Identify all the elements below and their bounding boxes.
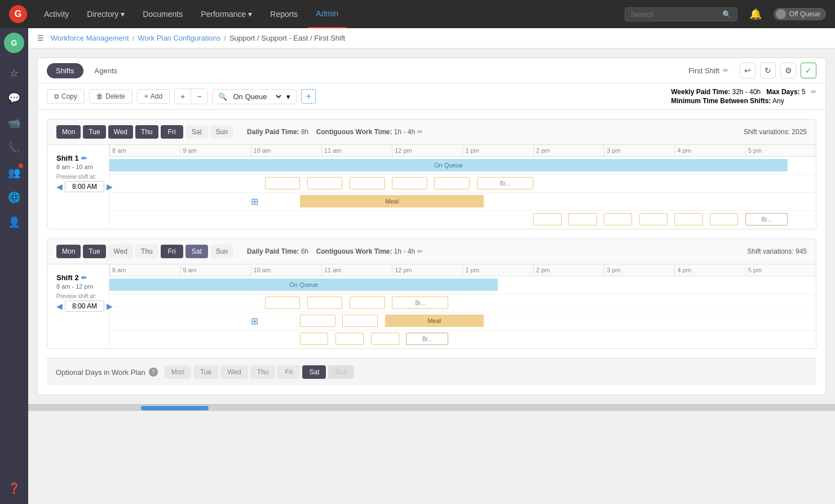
shift-2-day-thu[interactable]: Thu [135, 245, 158, 258]
break-bar-s2-1a[interactable] [265, 297, 301, 309]
break-bar-s2-2b[interactable] [342, 315, 378, 327]
break-bar-1a[interactable] [265, 177, 301, 189]
search-box[interactable]: 🔍 [625, 7, 737, 21]
breadcrumb-workforce[interactable]: Workforce Management [51, 34, 129, 42]
break-bar-2f[interactable] [710, 213, 738, 226]
zoom-out-button[interactable]: − [191, 89, 207, 104]
add-button[interactable]: + Add [137, 89, 170, 104]
copy-button[interactable]: ⧉ Copy [47, 89, 85, 104]
sidebar-item-video[interactable]: 📹 [3, 112, 25, 134]
shift-1-day-tue[interactable]: Tue [83, 125, 105, 139]
shift-1-day-mon[interactable]: Mon [56, 125, 81, 139]
shift-2-day-wed[interactable]: Wed [108, 245, 133, 258]
break-bar-2g[interactable]: Br... [745, 213, 788, 226]
break-bar-s2-3a[interactable] [300, 333, 328, 345]
avatar[interactable]: G [4, 33, 24, 53]
sidebar-item-star[interactable]: ☆ [3, 62, 25, 85]
delete-button[interactable]: 🗑 Delete [89, 89, 132, 104]
break-bar-1c[interactable] [350, 177, 385, 189]
shift-2-preview-label: Preview shift at: [56, 293, 104, 299]
confirm-button[interactable]: ✓ [801, 63, 816, 78]
break-bar-1b[interactable] [307, 177, 343, 189]
edit-shift1-icon[interactable]: ✏ [417, 128, 423, 136]
break-bar-2b[interactable] [568, 213, 597, 226]
menu-icon[interactable]: ☰ [37, 34, 44, 42]
edit-title-icon[interactable]: ✏ [723, 67, 728, 74]
preview-time-input-1[interactable] [65, 181, 104, 192]
copy-row-icon-2[interactable]: ⊞ [251, 316, 258, 326]
nav-documents[interactable]: Documents [135, 0, 191, 28]
nav-performance[interactable]: Performance ▾ [193, 0, 260, 28]
break-bar-2a[interactable] [533, 213, 562, 226]
edit-shift2-icon[interactable]: ✏ [417, 247, 423, 255]
sidebar-item-people[interactable]: 👥 [3, 161, 25, 184]
opt-day-tue[interactable]: Tue [193, 365, 218, 379]
shift-2-day-mon[interactable]: Mon [56, 245, 81, 258]
queue-select[interactable]: 🔍 On Queue Off Queue ▾ [212, 89, 297, 104]
break-bar-1e[interactable] [434, 177, 470, 189]
zoom-in-button[interactable]: + [175, 89, 191, 104]
nav-activity[interactable]: Activity [36, 0, 77, 28]
nav-reports[interactable]: Reports [262, 0, 306, 28]
prev-time2-arrow-left[interactable]: ◀ [56, 302, 63, 311]
sidebar-item-globe[interactable]: 🌐 [3, 186, 25, 209]
shift-2-day-sun[interactable]: Sun [210, 245, 233, 258]
break-bar-2e[interactable] [674, 213, 703, 226]
break-bar-s2-1c[interactable] [350, 297, 385, 309]
sidebar-item-phone[interactable]: 📞 [3, 136, 25, 159]
break-bar-1d[interactable] [392, 177, 427, 189]
break-bar-s2-3c[interactable] [371, 333, 399, 345]
help-icon[interactable]: ? [149, 368, 158, 377]
break-bar-s2-1b[interactable] [307, 297, 343, 309]
onqueue-bar-1[interactable]: On Queue [109, 159, 788, 171]
app-logo[interactable]: G [9, 5, 27, 23]
settings-button[interactable]: ⚙ [780, 63, 796, 78]
break-bar-s2-3b[interactable] [335, 333, 364, 345]
scroll-thumb[interactable] [141, 406, 209, 410]
add-queue-button[interactable]: + [301, 89, 316, 104]
opt-day-wed[interactable]: Wed [220, 365, 248, 379]
opt-day-thu[interactable]: Thu [250, 365, 276, 379]
sidebar-item-user[interactable]: 👤 [3, 211, 25, 233]
break-bar-2d[interactable] [639, 213, 668, 226]
search-input[interactable] [631, 10, 719, 19]
copy-row-icon-1[interactable]: ⊞ [251, 196, 258, 207]
shift-2-day-fri[interactable]: Fri [161, 245, 183, 258]
preview-time-input-2[interactable] [65, 300, 104, 312]
break-bar-1f[interactable]: Br... [477, 177, 533, 189]
queue-dropdown[interactable]: On Queue Off Queue [231, 92, 283, 101]
shift-1-day-sat[interactable]: Sat [185, 125, 208, 139]
meal-bar-1[interactable]: Meal [300, 195, 484, 207]
undo-button[interactable]: ↩ [740, 63, 756, 78]
shift-1-day-wed[interactable]: Wed [108, 125, 133, 139]
opt-day-sat[interactable]: Sat [302, 365, 326, 379]
breadcrumb-workplan[interactable]: Work Plan Configurations [138, 34, 220, 42]
shift-2-day-sat[interactable]: Sat [185, 245, 208, 258]
shift-2-day-tue[interactable]: Tue [83, 245, 105, 258]
sidebar-item-chat[interactable]: 💬 [3, 87, 25, 109]
shift-1-day-sun[interactable]: Sun [210, 125, 233, 139]
tab-shifts[interactable]: Shifts [47, 63, 83, 78]
break-bar-2c[interactable] [604, 213, 632, 226]
shift-1-day-thu[interactable]: Thu [135, 125, 158, 139]
opt-day-fri[interactable]: Fri [277, 365, 300, 379]
break-bar-s2-1d[interactable]: Br... [392, 297, 448, 309]
sidebar-item-help[interactable]: ❓ [3, 477, 25, 499]
bottom-scrollbar[interactable] [28, 404, 835, 411]
onqueue-bar-2[interactable]: On Queue [109, 278, 498, 291]
break-bar-s2-2a[interactable] [300, 315, 335, 327]
shift-1-day-fri[interactable]: Fri [161, 125, 183, 139]
edit-name2-icon[interactable]: ✏ [81, 274, 87, 282]
queue-toggle[interactable]: Off Queue [774, 8, 826, 20]
edit-weekly-icon[interactable]: ✏ [811, 88, 816, 96]
redo-button[interactable]: ↻ [760, 63, 776, 78]
tab-agents[interactable]: Agents [86, 63, 126, 78]
meal-bar-2[interactable]: Meal [385, 315, 484, 327]
edit-name-icon[interactable]: ✏ [81, 154, 87, 162]
nav-admin[interactable]: Admin [308, 0, 346, 28]
bell-icon[interactable]: 🔔 [744, 3, 767, 25]
break-bar-s2-3d[interactable]: Br... [406, 333, 448, 345]
prev-time-arrow-left[interactable]: ◀ [56, 182, 63, 191]
nav-directory[interactable]: Directory ▾ [79, 0, 132, 28]
opt-day-mon[interactable]: Mon [165, 365, 191, 379]
